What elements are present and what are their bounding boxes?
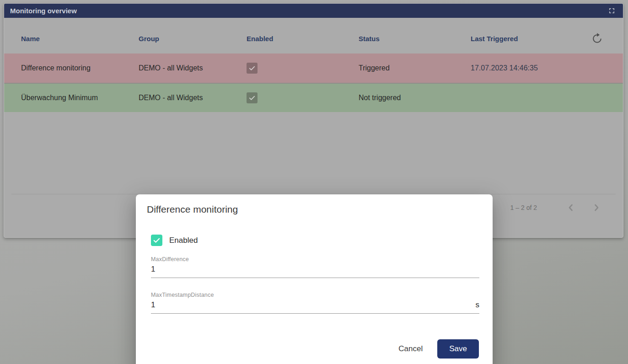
panel-title: Monitoring overview	[10, 7, 607, 15]
dialog-title: Difference monitoring	[147, 203, 479, 215]
cell-enabled	[247, 63, 359, 74]
column-header-last-triggered: Last Triggered	[471, 35, 576, 43]
table-header-row: Name Group Enabled Status Last Triggered	[4, 18, 623, 54]
table-row-difference-monitoring[interactable]: Difference monitoring DEMO - all Widgets…	[4, 54, 623, 83]
maxdifference-field: MaxDifference	[151, 256, 479, 278]
field-underline: s	[151, 299, 479, 314]
field-underline	[151, 263, 479, 278]
enabled-checkbox-disabled	[247, 92, 258, 103]
chevron-right-icon	[591, 202, 602, 213]
enabled-label: Enabled	[169, 236, 198, 245]
column-header-enabled: Enabled	[247, 35, 359, 43]
dialog-actions: Cancel Save	[136, 339, 479, 359]
field-label: MaxDifference	[151, 256, 479, 263]
enabled-checkbox-disabled	[247, 63, 258, 74]
field-label: MaxTimestampDistance	[151, 292, 479, 299]
chevron-left-icon	[565, 202, 576, 213]
fullscreen-button[interactable]	[607, 6, 617, 16]
checkmark-icon	[248, 64, 256, 72]
paginator-prev-button[interactable]	[561, 198, 581, 218]
enabled-checkbox[interactable]	[151, 235, 162, 246]
cell-name: Überwachung Minimum	[21, 94, 139, 102]
cell-enabled	[247, 92, 359, 103]
enabled-checkbox-row: Enabled	[151, 235, 493, 246]
cancel-button[interactable]: Cancel	[390, 340, 431, 358]
cell-group: DEMO - all Widgets	[139, 94, 247, 102]
maxtimestampdistance-input[interactable]	[151, 300, 476, 310]
cell-last-triggered: 17.07.2023 14:46:35	[471, 64, 576, 72]
table-row-ueberwachung-minimum[interactable]: Überwachung Minimum DEMO - all Widgets N…	[4, 83, 623, 112]
paginator-range-label: 1 – 2 of 2	[510, 204, 537, 211]
difference-monitoring-dialog: Difference monitoring Enabled MaxDiffere…	[136, 194, 493, 364]
fullscreen-icon	[607, 6, 616, 15]
cell-status: Not triggered	[359, 94, 471, 102]
checkmark-icon	[248, 94, 256, 102]
paginator-next-button[interactable]	[586, 198, 607, 218]
panel-header: Monitoring overview	[4, 4, 623, 18]
refresh-button[interactable]	[590, 31, 605, 46]
field-suffix: s	[476, 300, 480, 310]
refresh-icon	[591, 32, 603, 45]
check-icon	[152, 236, 161, 245]
column-header-name: Name	[21, 35, 139, 43]
cell-group: DEMO - all Widgets	[139, 64, 247, 72]
maxtimestampdistance-field: MaxTimestampDistance s	[151, 292, 479, 314]
cell-name: Difference monitoring	[21, 64, 139, 72]
column-header-group: Group	[139, 35, 247, 43]
monitoring-table: Name Group Enabled Status Last Triggered…	[4, 18, 623, 112]
maxdifference-input[interactable]	[151, 265, 479, 274]
save-button[interactable]: Save	[437, 339, 479, 359]
column-header-status: Status	[359, 35, 471, 43]
cell-status: Triggered	[359, 64, 471, 72]
